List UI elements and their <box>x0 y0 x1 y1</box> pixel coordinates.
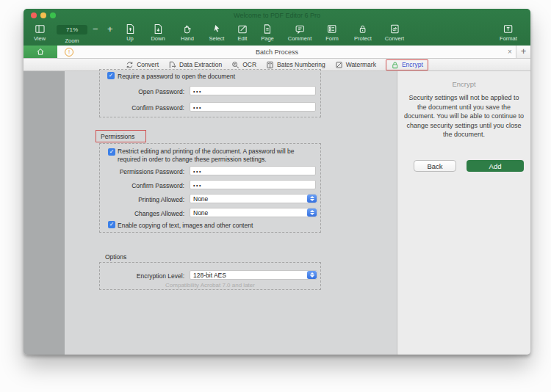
new-tab-button[interactable]: + <box>516 46 530 58</box>
encrypt-lock-icon <box>391 61 399 69</box>
toolbar-up-button[interactable]: Up <box>125 23 136 42</box>
toolbar-hand-label: Hand <box>181 35 194 42</box>
toolbar-select-label: Select <box>209 35 225 42</box>
printing-allowed-label: Printing Allowed: <box>78 196 184 203</box>
app-window: Welcome to PDF Editor 6 Pro View 71% Zoo… <box>24 9 530 355</box>
permissions-password-value: ••• <box>193 169 202 174</box>
panel-title: Encrypt <box>397 80 530 88</box>
batch-bates-numbering-label: Bates Numbering <box>277 61 325 68</box>
toolbar-view-label: View <box>34 35 46 42</box>
zoom-level-badge[interactable]: 71% <box>57 25 87 35</box>
encrypt-settings-form: ✓ Require a password to open the documen… <box>65 71 397 355</box>
form-icon <box>325 23 339 35</box>
toolbar-convert-label: Convert <box>385 35 404 42</box>
printing-allowed-select[interactable]: None <box>190 194 317 203</box>
toolbar-hand-button[interactable]: Hand <box>181 23 194 42</box>
toolbar-form-label: Form <box>325 35 339 42</box>
open-password-input[interactable]: ••• <box>190 86 316 95</box>
restrict-editing-checkbox[interactable]: ✓ <box>108 148 115 156</box>
batch-data-extraction-label: Data Extraction <box>179 61 222 68</box>
edit-icon <box>237 23 248 35</box>
toolbar-down-button[interactable]: Down <box>151 23 165 42</box>
back-button[interactable]: Back <box>414 160 456 172</box>
compatibility-note: Compatibility Acrobat 7.0 and later <box>99 282 321 288</box>
options-section-title: Options <box>105 253 126 261</box>
batch-watermark-label: Watermark <box>346 61 376 68</box>
tab-bar: ! Batch Process × + <box>24 46 530 59</box>
zoom-out-button[interactable]: − <box>93 24 98 35</box>
page-up-icon <box>125 23 136 35</box>
toolbar-page-label: Page <box>261 35 274 42</box>
cursor-icon <box>209 23 225 35</box>
toolbar-comment-label: Comment <box>288 35 312 42</box>
left-sidebar-strip <box>24 71 65 355</box>
confirm-password2-input[interactable]: ••• <box>190 180 316 189</box>
hand-icon <box>181 23 194 35</box>
printing-allowed-value: None <box>193 195 208 203</box>
permissions-password-input[interactable]: ••• <box>190 166 316 175</box>
toolbar-zoom-label: Zoom <box>65 37 79 44</box>
page-icon <box>261 23 274 35</box>
require-password-checkbox[interactable]: ✓ <box>107 72 115 79</box>
tab-close-icon[interactable]: × <box>508 48 512 56</box>
confirm-password-input[interactable]: ••• <box>190 102 316 112</box>
toolbar-edit-button[interactable]: Edit <box>237 23 248 42</box>
encryption-level-select[interactable]: 128-bit AES <box>190 270 317 280</box>
toolbar-edit-label: Edit <box>237 35 248 42</box>
toolbar-comment-button[interactable]: Comment <box>288 23 312 42</box>
confirm-password2-value: ••• <box>193 183 202 188</box>
zoom-in-button[interactable]: + <box>107 24 113 35</box>
batch-bates-numbering-button[interactable]: Bates Numbering <box>266 61 325 69</box>
stepper-icon <box>307 271 317 279</box>
stepper-icon <box>307 195 317 203</box>
panel-description: Security settings will not be applied to… <box>403 93 525 139</box>
changes-allowed-value: None <box>193 209 208 217</box>
toolbar-format-label: Format <box>500 35 517 42</box>
window-title: Welcome to PDF Editor 6 Pro <box>24 12 530 19</box>
toolbar-select-button[interactable]: Select <box>209 23 225 42</box>
content-area: ✓ Require a password to open the documen… <box>24 71 530 355</box>
page-down-icon <box>151 23 165 35</box>
changes-allowed-label: Changes Allowed: <box>78 210 184 217</box>
ocr-magnifier-icon <box>231 61 240 69</box>
encryption-level-label: Encryption Level: <box>78 272 184 280</box>
toolbar-form-button[interactable]: Form <box>325 23 339 42</box>
add-button[interactable]: Add <box>467 160 524 172</box>
stepper-icon <box>307 208 317 217</box>
batch-watermark-button[interactable]: Watermark <box>335 61 376 69</box>
lock-icon <box>354 23 372 35</box>
toolbar-down-label: Down <box>151 35 165 42</box>
enable-copying-checkbox[interactable]: ✓ <box>108 221 115 228</box>
batch-encrypt-label: Encrypt <box>402 61 423 68</box>
batch-convert-button[interactable]: Convert <box>126 61 159 69</box>
toolbar-up-label: Up <box>125 35 136 42</box>
data-extraction-icon <box>168 61 176 69</box>
confirm-password-field-label: Confirm Password: <box>78 104 184 112</box>
header: Welcome to PDF Editor 6 Pro View 71% Zoo… <box>24 9 530 46</box>
toolbar-protect-button[interactable]: Protect <box>354 23 372 42</box>
tab-title[interactable]: Batch Process <box>24 48 530 56</box>
bates-numbering-icon <box>266 61 274 69</box>
encrypt-panel: Encrypt Security settings will not be ap… <box>397 71 530 355</box>
toolbar-view-button[interactable]: View <box>34 23 46 42</box>
require-password-label: Require a password to open the document <box>118 73 235 80</box>
batch-ocr-button[interactable]: OCR <box>231 61 256 69</box>
open-password-field-label: Open Password: <box>78 88 184 95</box>
format-panel-icon <box>500 23 517 35</box>
toolbar-page-button[interactable]: Page <box>261 23 274 42</box>
toolbar-convert-button[interactable]: Convert <box>385 23 404 42</box>
toolbar-protect-label: Protect <box>354 35 372 42</box>
convert-cycle-icon <box>126 61 134 69</box>
watermark-icon <box>335 61 343 69</box>
permissions-section-title: Permissions <box>101 133 134 140</box>
batch-convert-label: Convert <box>137 61 159 68</box>
enable-copying-label: Enable copying of text, images and other… <box>118 222 253 229</box>
batch-data-extraction-button[interactable]: Data Extraction <box>168 61 222 69</box>
open-password-value: ••• <box>193 89 202 94</box>
batch-encrypt-button[interactable]: Encrypt <box>386 59 428 70</box>
restrict-editing-label: Restrict editing and printing of the doc… <box>118 148 317 163</box>
changes-allowed-select[interactable]: None <box>190 208 317 217</box>
view-icon <box>34 23 46 35</box>
comment-bubble-icon <box>288 23 312 35</box>
toolbar-format-button[interactable]: Format <box>500 23 517 42</box>
